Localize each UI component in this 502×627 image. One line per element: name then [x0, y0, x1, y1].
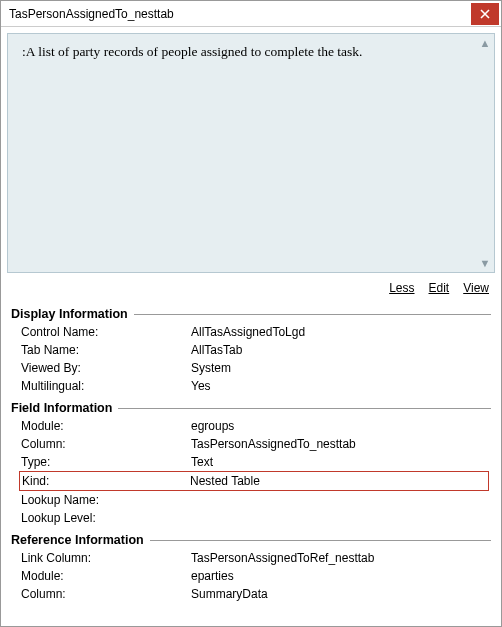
- section-header-reference: Reference Information: [7, 531, 495, 549]
- label: Type:: [21, 455, 191, 469]
- toolbar: Less Edit View: [7, 273, 495, 301]
- value: [191, 493, 491, 507]
- section-reference: Reference Information Link Column: TasPe…: [7, 531, 495, 603]
- row-control-name: Control Name: AllTasAssignedToLgd: [7, 323, 495, 341]
- description-box[interactable]: :A list of party records of people assig…: [7, 33, 495, 273]
- section-header-display: Display Information: [7, 305, 495, 323]
- row-ref-module: Module: eparties: [7, 567, 495, 585]
- row-multilingual: Multilingual: Yes: [7, 377, 495, 395]
- label: Module:: [21, 569, 191, 583]
- value: Text: [191, 455, 491, 469]
- label: Lookup Level:: [21, 511, 191, 525]
- label: Kind:: [22, 474, 190, 488]
- properties-window: TasPersonAssignedTo_nesttab :A list of p…: [0, 0, 502, 627]
- value: eparties: [191, 569, 491, 583]
- label: Column:: [21, 587, 191, 601]
- less-link[interactable]: Less: [389, 281, 414, 295]
- label: Column:: [21, 437, 191, 451]
- row-lookup-level: Lookup Level:: [7, 509, 495, 527]
- description-text: :A list of party records of people assig…: [22, 44, 362, 59]
- value: Nested Table: [190, 474, 484, 488]
- section-header-label: Display Information: [11, 307, 128, 321]
- row-lookup-name: Lookup Name:: [7, 491, 495, 509]
- view-link[interactable]: View: [463, 281, 489, 295]
- value: System: [191, 361, 491, 375]
- label: Link Column:: [21, 551, 191, 565]
- row-type: Type: Text: [7, 453, 495, 471]
- close-icon: [480, 9, 490, 19]
- divider: [118, 408, 491, 409]
- label: Tab Name:: [21, 343, 191, 357]
- value: TasPersonAssignedTo_nesttab: [191, 437, 491, 451]
- row-tab-name: Tab Name: AllTasTab: [7, 341, 495, 359]
- label: Control Name:: [21, 325, 191, 339]
- titlebar: TasPersonAssignedTo_nesttab: [1, 1, 501, 27]
- label: Lookup Name:: [21, 493, 191, 507]
- close-button[interactable]: [471, 3, 499, 25]
- value: AllTasTab: [191, 343, 491, 357]
- row-viewed-by: Viewed By: System: [7, 359, 495, 377]
- section-display: Display Information Control Name: AllTas…: [7, 305, 495, 395]
- value: Yes: [191, 379, 491, 393]
- section-header-label: Reference Information: [11, 533, 144, 547]
- client-area: :A list of party records of people assig…: [1, 27, 501, 626]
- window-title: TasPersonAssignedTo_nesttab: [9, 7, 471, 21]
- row-column: Column: TasPersonAssignedTo_nesttab: [7, 435, 495, 453]
- row-module: Module: egroups: [7, 417, 495, 435]
- value: SummaryData: [191, 587, 491, 601]
- edit-link[interactable]: Edit: [429, 281, 450, 295]
- label: Module:: [21, 419, 191, 433]
- value: egroups: [191, 419, 491, 433]
- section-header-label: Field Information: [11, 401, 112, 415]
- row-kind: Kind: Nested Table: [19, 471, 489, 491]
- label: Multilingual:: [21, 379, 191, 393]
- label: Viewed By:: [21, 361, 191, 375]
- scroll-up-icon[interactable]: ▲: [478, 36, 492, 50]
- section-header-field: Field Information: [7, 399, 495, 417]
- divider: [150, 540, 491, 541]
- value: [191, 511, 491, 525]
- divider: [134, 314, 491, 315]
- value: TasPersonAssignedToRef_nesttab: [191, 551, 491, 565]
- row-link-column: Link Column: TasPersonAssignedToRef_nest…: [7, 549, 495, 567]
- value: AllTasAssignedToLgd: [191, 325, 491, 339]
- row-ref-column: Column: SummaryData: [7, 585, 495, 603]
- scroll-down-icon[interactable]: ▼: [478, 256, 492, 270]
- section-field: Field Information Module: egroups Column…: [7, 399, 495, 527]
